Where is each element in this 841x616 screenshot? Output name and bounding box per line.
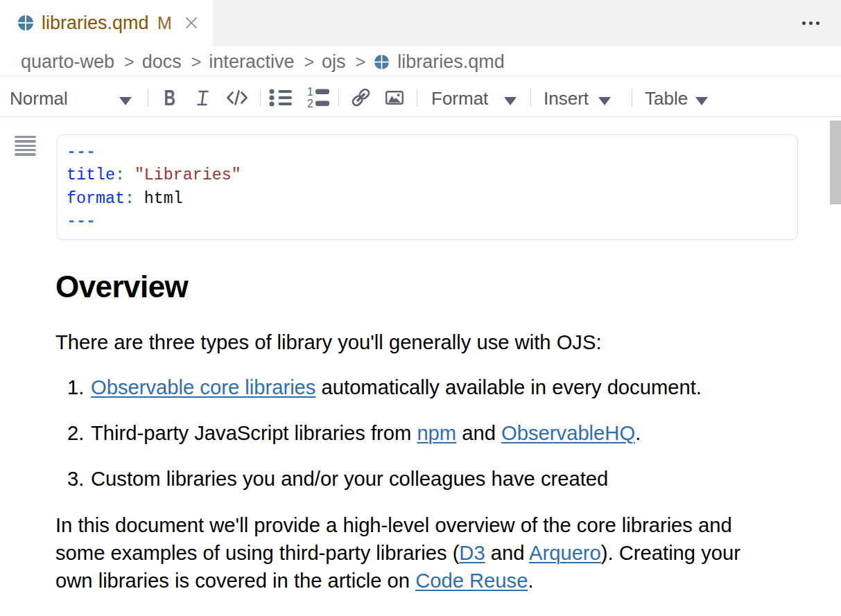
svg-text:2: 2 — [307, 98, 313, 109]
svg-text:1: 1 — [307, 86, 313, 98]
svg-text:B: B — [164, 86, 176, 110]
